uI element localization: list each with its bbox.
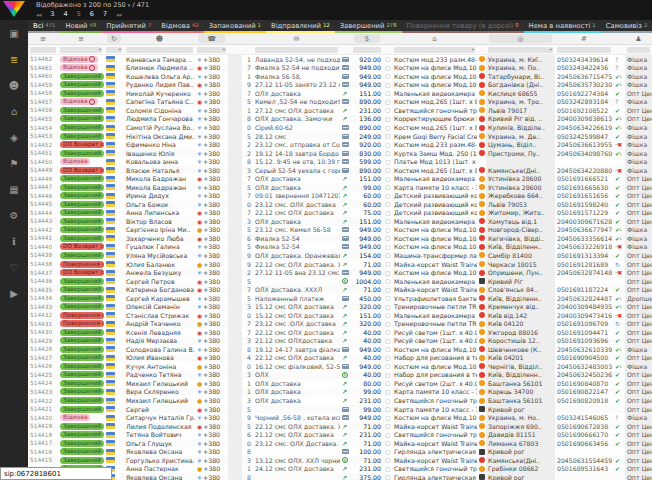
first-page-button[interactable]: «« [36,11,41,18]
table-row[interactable]: 514441ЗавершенийЗахарченко Люба◉+3806Фиа… [28,234,652,243]
sidebar-item-store-icon[interactable]: ⌂ [3,101,25,121]
table-row[interactable]: 514447ЗавершенийМикола Бадражан✳+3805ОЛХ… [28,183,652,192]
status-sort-icon[interactable]: ≡ [58,34,104,43]
table-row[interactable]: 514435ЗавершенийКатерина Богданова◉+3807… [28,285,652,294]
table-row[interactable]: 514461ВідмоваБлизнюк Людмила ..◉+3807Фиа… [28,64,652,73]
tab-Новий[interactable]: Новий48 [60,20,101,33]
table-row[interactable]: 514454ЗавершенийСамотій Руслана Во..✳+38… [28,123,652,132]
tab-Повернення товару (в дорозі)[interactable]: Повернення товару (в дорозі)0 [402,20,524,33]
page-button[interactable]: 4 [63,10,67,18]
table-row[interactable]: 514431Повернення (з..Андрій Ткаченко●+38… [28,319,652,328]
sidebar-item-settings-icon[interactable]: ⚙ [3,205,25,225]
filter-input-dest[interactable]: ▾ [488,47,553,53]
table-row[interactable]: 514433ЗавершенийОлексій Семанін✳+380315.… [28,302,652,311]
table-row[interactable]: 514427ЗавершенийЮлия Иванова◉+380422.12 … [28,354,652,363]
filter-input-status[interactable]: ▾ [60,47,102,53]
table-row[interactable]: 514451ЗавершенийІващенко Юлія✳+380219.12… [28,149,652,158]
sort-lines-icon[interactable]: ≡ [28,34,58,43]
table-row[interactable]: 514415ЗавершенийГоргулько Христина..✳+38… [28,456,652,465]
sidebar-item-info-icon[interactable]: ℹ [3,231,25,251]
table-row[interactable]: 514450ВідмоваКовальова анна✳+380815.12. … [28,157,652,166]
table-row[interactable]: 514428ЗавершенийСолодкова Галина В..✳+38… [28,345,652,354]
sidebar-item-support-icon[interactable]: ♡ [3,257,25,277]
filter-input-comment[interactable] [255,47,338,53]
table-row[interactable]: 514455ЗавершенийЛюдмила Гончарова✳+3808О… [28,115,652,124]
tab-Всі[interactable]: Всі471 [28,20,60,33]
tracking-icon[interactable]: # [555,34,613,43]
page-button[interactable]: 5 [77,10,81,18]
tab-Нема в наявності[interactable]: Нема в наявності1 [524,20,601,33]
sidebar-item-board-icon[interactable]: ▣ [3,23,25,43]
table-row[interactable]: 514458ЗавершенийНиколай Кучеренко✳+3807О… [28,89,652,98]
filter-input-name[interactable] [126,47,193,53]
table-row[interactable]: 514442ЗавершенийСергієнко Іріна Ми..●+38… [28,226,652,235]
comment-icon[interactable]: ✉ [253,34,340,43]
manager-icon[interactable]: ♟ [625,34,652,43]
filter-input-id[interactable] [30,47,56,53]
table-row[interactable]: 514425ЗавершенийРадченко Тетяна✳+3803ОЛХ… [28,371,652,380]
table-row[interactable]: 514421ЗавершенийСергей◉+380599.00▢Карта … [28,405,652,414]
filter-input-price[interactable] [353,47,381,53]
table-row[interactable]: 514432Повернення (з..Станіслав Стрижак◉+… [28,311,652,320]
table-row[interactable]: 514462ВідмоваКаневська Тамара ..✳+3801Ла… [28,55,652,64]
table-row[interactable]: 514459ЗавершенийРуденко Лидия Пав..◉+380… [28,81,652,90]
tab-Прийнятий[interactable]: Прийнятий7 [101,20,156,33]
page-size-caret-icon[interactable]: ▾ [128,2,131,8]
table-row[interactable]: 514418ЗавершенийТетяна Войтович✳+380621.… [28,430,652,439]
table-row[interactable]: 514439ЗавершенийУляна Мусійовська✳+3809О… [28,251,652,260]
page-button[interactable]: 6 [90,10,94,18]
table-row[interactable]: 514460ЗавершенийКошелева Ольга Ар..✳+380… [28,72,652,81]
money-icon[interactable]: $ [354,34,380,43]
table-row[interactable]: 514438Повернення (з..Юлия Баланюк●+38092… [28,260,652,269]
table-row[interactable]: 514445ЗавершенийОльга Божок✳+380023.12 с… [28,200,652,209]
filter-input-track[interactable] [557,47,611,53]
sidebar-item-stats-icon[interactable]: ▦ [3,179,25,199]
table-row[interactable]: 514452DO Возврат ск..Єфименко Ніна✳+3802… [28,140,652,149]
last-page-button[interactable]: »» [116,11,121,18]
table-row[interactable]: 514444ЗавершенийАнна Липенська◉+380722.1… [28,209,652,218]
product-icon[interactable]: ⌂ [392,34,477,43]
table-row[interactable]: 514457ВідмоваСапегіна Татьяна С..◉+3805К… [28,98,652,107]
phone-icon[interactable]: ☎ [198,34,225,43]
sip-status-bar[interactable]: sip:0672818601 [0,467,112,480]
sidebar-item-orders-icon[interactable]: ≣ [3,49,25,69]
table-row[interactable]: 514424ЗавершенийМихаил Гилецький●+3801ОЛ… [28,379,652,388]
sidebar-item-marketing-icon[interactable]: ⚑ [3,153,25,173]
tab-Відмова[interactable]: Відмова42 [156,20,203,33]
sidebar-item-finance-icon[interactable]: ◈ [3,127,25,147]
clients-icon[interactable]: ☻ [124,34,195,43]
table-row[interactable]: 514417ЗавершенийОльга Глущук✳+380023.12 … [28,439,652,448]
table-row[interactable]: 514413ЗавершенийЯковлева Оксана✳+3808↗37… [28,473,652,480]
filter-input-flag[interactable]: ▾ [106,47,122,53]
filter-input-phone[interactable]: ▾ [197,47,226,53]
table-row[interactable]: 514453ЗавершенийНікітіна Оксана Дми..✳+3… [28,132,652,141]
table-row[interactable]: 514422ЗавершенийМихаил Гилецький●+3803ОЛ… [28,396,652,405]
page-button[interactable]: 3 [50,10,54,18]
table-row[interactable]: 514456ЗавершенийСоломія Сідоніна✳+380127… [28,106,652,115]
table-row[interactable]: 514449DO Возврат ск..Власюк Наталья✳+380… [28,166,652,175]
table-row[interactable]: 514423ЗавершенийВера Скляренко✳+3801ОЛХ … [28,388,652,397]
table-row[interactable]: 514437DO Возврат ск..Анжела Безушку✳+380… [28,268,652,277]
table-row[interactable]: 514430ЗавершенийКсенія Левадняя◉+380722.… [28,328,652,337]
tab-Самовивіз[interactable]: Самовивіз2 [601,20,652,33]
table-row[interactable]: 514436ЗавершенийСергей Петров◉+3805$1004… [28,277,652,286]
tab-Завершений[interactable]: Завершений278 [335,20,402,33]
table-row[interactable]: 514426ЗавершенийКучук Антоніна●+380016.1… [28,362,652,371]
table-row[interactable]: 514429ЗавершенийНадія Мерзаєва✳+380321.1… [28,337,652,346]
table-row[interactable]: 514446ЗавершенийИрина Дидух✳+380709.01 з… [28,192,652,201]
table-row[interactable]: 514434ЗавершенийСергей Карамышев✳+3805На… [28,294,652,303]
sidebar-item-clients-icon[interactable]: ☻ [3,75,25,95]
refresh-icon[interactable]: ↻ [107,34,121,43]
table-row[interactable]: 514419ЗавершенийЛилия Подолинская◉+38052… [28,422,652,431]
table-row[interactable]: 514448ЗавершенийМикола Бадражан◉+3807ОЛХ… [28,174,652,183]
location-icon[interactable]: ◎ [489,34,552,43]
table-row[interactable]: 514416ЗавершенийЯковлева Оксана✳+3808100… [28,447,652,456]
sidebar-item-video-icon[interactable]: ▶ [3,283,25,303]
tab-Відправлений[interactable]: Відправлений12 [266,20,335,33]
tab-Запакований[interactable]: Запакований1 [204,20,266,33]
table-row[interactable]: 514420ВідмоваСитарчук Наталія Гр..✳+3809… [28,413,652,422]
filter-input-product[interactable]: ▾ [394,47,475,53]
table-row[interactable]: 514443ЗавершенийВіктор Власов◉+3803ОЛХ д… [28,217,652,226]
table-row[interactable]: 514414ЗавершенийАнна Пастернак●+380124.1… [28,465,652,474]
table-row[interactable]: 514440DO Возврат ск..Гуцалюк Галина✳+380… [28,243,652,252]
